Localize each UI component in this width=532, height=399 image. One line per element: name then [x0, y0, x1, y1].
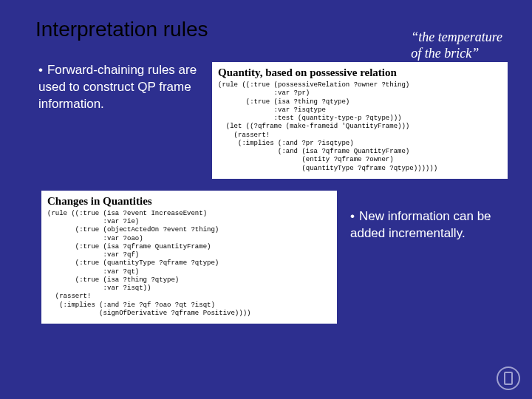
code-box-2: Changes in Quantities (rule ((:true (isa… [41, 191, 337, 324]
code-box-1-code: (rule ((:true (possessiveRelation ?owner… [218, 81, 502, 173]
row-1: •Forward-chaining rules are used to cons… [35, 62, 508, 179]
code-box-2-code: (rule ((:true (isa ?event IncreaseEvent)… [47, 210, 331, 318]
bullet-dot-icon: • [38, 63, 43, 77]
code-box-1: Quantity, based on possessive relation (… [212, 62, 508, 179]
code-box-2-title: Changes in Quantities [47, 195, 331, 208]
bullet-dot-icon: • [350, 209, 355, 223]
logo-icon [497, 366, 520, 390]
bullet-right: •New information can be added incrementa… [350, 191, 498, 242]
logo-inner-icon [504, 372, 513, 385]
slide: Interpretation rules “the temperature of… [0, 0, 532, 399]
tagline-line2: of the brick” [411, 46, 479, 61]
row-2: Changes in Quantities (rule ((:true (isa… [35, 191, 508, 324]
bullet-right-text: New information can be added incremental… [350, 209, 491, 240]
bullet-left-text: Forward-chaining rules are used to const… [38, 63, 197, 111]
bullet-left: •Forward-chaining rules are used to cons… [35, 62, 202, 113]
tagline-line1: “the temperature [411, 30, 502, 44]
code-box-1-title: Quantity, based on possessive relation [218, 66, 502, 79]
tagline: “the temperature of the brick” [411, 30, 502, 61]
